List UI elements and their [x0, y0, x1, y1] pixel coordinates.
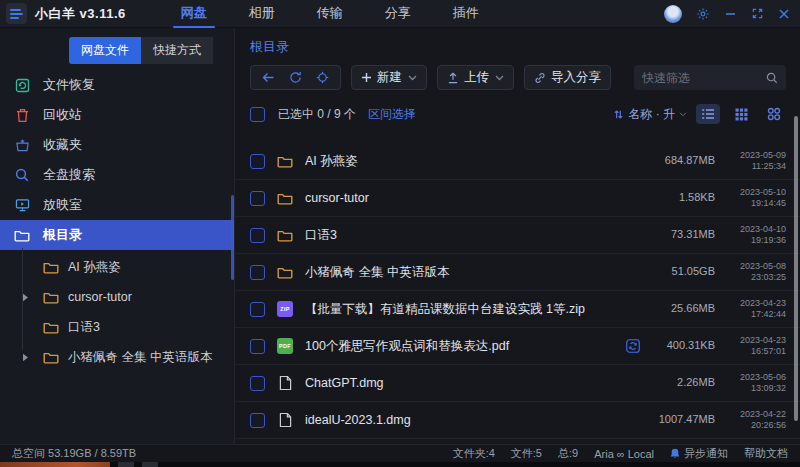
tree-item[interactable]: 口语3	[0, 312, 234, 342]
grid-view-button[interactable]	[729, 104, 753, 124]
sidebar-mode-tab[interactable]: 网盘文件	[69, 37, 141, 64]
titlebar-tab-传输[interactable]: 传输	[317, 0, 343, 28]
app-window: 小白羊 v3.11.6 网盘相册传输分享插件 网盘文件快捷方式 文件恢复回收站收…	[0, 0, 800, 467]
quick-filter-input[interactable]	[642, 71, 766, 85]
file-name: idealU-2023.1.dmg	[305, 413, 642, 427]
file-size: 684.87MB	[653, 154, 715, 167]
row-checkbox[interactable]	[250, 191, 265, 206]
async-notify-item[interactable]: 异步通知	[670, 446, 728, 461]
table-row[interactable]: 口语373.31MB2023-04-1019:19:36	[235, 217, 800, 254]
sidebar-scrollbar[interactable]	[231, 195, 234, 280]
large-grid-view-button[interactable]	[762, 104, 786, 124]
row-checkbox[interactable]	[250, 302, 265, 317]
row-checkbox[interactable]	[250, 413, 265, 428]
file-count: 文件:5	[511, 446, 542, 461]
table-row[interactable]: ChatGPT.dmg2.26MB2023-05-0613:09:32	[235, 365, 800, 402]
zip-file-icon: ZIP	[276, 301, 294, 317]
statusbar-right: 文件夹:4 文件:5 总:9 Aria ∞ Local 异步通知 帮助文档	[453, 446, 788, 461]
tree-item[interactable]: 小猪佩奇 全集 中英语版本	[0, 342, 234, 372]
file-list: AI 孙燕姿684.87MB2023-05-0911:25:34cursor-t…	[235, 143, 800, 444]
caret-right-icon[interactable]	[22, 293, 34, 302]
sidebar-item-label: 收藏夹	[43, 136, 82, 154]
import-share-label: 导入分享	[551, 69, 601, 86]
search-icon[interactable]	[766, 72, 778, 84]
sidebar-item-label: 文件恢复	[43, 76, 95, 94]
sidebar-item-根目录[interactable]: 根目录	[0, 220, 234, 250]
tree-item[interactable]: AI 孙燕姿	[0, 252, 234, 282]
titlebar-tab-网盘[interactable]: 网盘	[181, 0, 207, 28]
file-name: AI 孙燕姿	[305, 153, 642, 170]
sidebar-item-回收站[interactable]: 回收站	[0, 100, 234, 130]
file-file-icon	[276, 412, 294, 428]
table-row[interactable]: idealU-2023.1.dmg1007.47MB2023-04-2220:2…	[235, 402, 800, 439]
folder-icon	[14, 229, 30, 242]
sidebar-item-收藏夹[interactable]: 收藏夹	[0, 130, 234, 160]
selection-count: 已选中 0 / 9 个	[278, 106, 356, 123]
row-checkbox[interactable]	[250, 376, 265, 391]
toolbar: 新建 上传	[250, 65, 786, 90]
favorites-icon	[14, 138, 30, 152]
range-select-link[interactable]: 区间选择	[368, 106, 416, 123]
refresh-icon[interactable]	[282, 71, 309, 84]
sidebar-item-全盘搜索[interactable]: 全盘搜索	[0, 160, 234, 190]
sidebar-mode-tab[interactable]: 快捷方式	[141, 37, 213, 64]
table-row[interactable]: AI 孙燕姿684.87MB2023-05-0911:25:34	[235, 143, 800, 180]
row-checkbox[interactable]	[250, 265, 265, 280]
locate-icon[interactable]	[309, 71, 336, 84]
tree-item-label: 小猪佩奇 全集 中英语版本	[68, 349, 212, 366]
sidebar-item-放映室[interactable]: 放映室	[0, 190, 234, 220]
search-icon	[14, 168, 30, 182]
sort-label: 名称 · 升	[628, 106, 675, 123]
file-size: 1.58KB	[653, 191, 715, 204]
engine-info: Aria ∞ Local	[594, 448, 654, 460]
file-time: 11:25:34	[726, 161, 786, 172]
file-size: 400.31KB	[653, 339, 715, 352]
sidebar-item-文件恢复[interactable]: 文件恢复	[0, 70, 234, 100]
settings-gear-icon[interactable]	[696, 7, 710, 21]
list-view-button[interactable]	[696, 104, 720, 124]
upload-icon	[447, 72, 459, 84]
tree-item[interactable]: cursor-tutor	[0, 282, 234, 312]
file-list-scrollbar[interactable]	[794, 116, 798, 421]
content-area: 网盘文件快捷方式 文件恢复回收站收藏夹全盘搜索放映室根目录 AI 孙燕姿curs…	[0, 28, 800, 444]
sort-control[interactable]: 名称 · 升	[613, 106, 687, 123]
upload-button[interactable]: 上传	[437, 65, 514, 90]
titlebar-tab-插件[interactable]: 插件	[453, 0, 479, 28]
row-checkbox[interactable]	[250, 228, 265, 243]
titlebar-tab-相册[interactable]: 相册	[249, 0, 275, 28]
import-share-button[interactable]: 导入分享	[524, 65, 611, 90]
tree-item-label: cursor-tutor	[68, 290, 132, 304]
file-date: 2023-05-09	[726, 150, 786, 161]
folder-icon	[43, 291, 59, 304]
async-notify-label: 异步通知	[684, 446, 728, 461]
row-checkbox[interactable]	[250, 154, 265, 169]
titlebar-tab-分享[interactable]: 分享	[385, 0, 411, 28]
help-doc-link[interactable]: 帮助文档	[744, 446, 788, 461]
breadcrumb[interactable]: 根目录	[235, 28, 800, 56]
app-title: 小白羊 v3.11.6	[35, 5, 126, 23]
new-button[interactable]: 新建	[351, 65, 427, 90]
sync-badge-icon[interactable]	[626, 339, 640, 353]
zip-file-icon: ZIP	[277, 301, 293, 317]
table-row[interactable]: cursor-tutor1.58KB2023-05-1019:14:45	[235, 180, 800, 217]
chevron-down-icon	[408, 75, 417, 81]
file-datetime: 2023-05-0823:03:25	[726, 261, 786, 284]
nav-button-group	[250, 65, 341, 90]
minimize-icon[interactable]	[724, 7, 737, 20]
sidebar-nav: 文件恢复回收站收藏夹全盘搜索放映室根目录	[0, 70, 234, 250]
file-size: 73.31MB	[653, 228, 715, 241]
table-row[interactable]: ZIP【批量下载】有道精品课数据中台建设实践 1等.zip25.66MB2023…	[235, 291, 800, 328]
file-date: 2023-04-23	[726, 335, 786, 346]
caret-right-icon[interactable]	[22, 353, 34, 362]
file-date: 2023-05-10	[726, 187, 786, 198]
table-row[interactable]: PDF100个雅思写作观点词和替换表达.pdf400.31KB2023-04-2…	[235, 328, 800, 365]
user-avatar[interactable]	[664, 5, 682, 23]
storage-info: 总空间 53.19GB / 8.59TB	[12, 446, 136, 461]
file-restore-icon	[14, 78, 30, 93]
row-checkbox[interactable]	[250, 339, 265, 354]
maximize-icon[interactable]	[751, 7, 764, 20]
select-all-checkbox[interactable]	[250, 107, 265, 122]
close-icon[interactable]	[778, 8, 790, 20]
table-row[interactable]: 小猪佩奇 全集 中英语版本51.05GB2023-05-0823:03:25	[235, 254, 800, 291]
back-icon[interactable]	[255, 72, 282, 83]
